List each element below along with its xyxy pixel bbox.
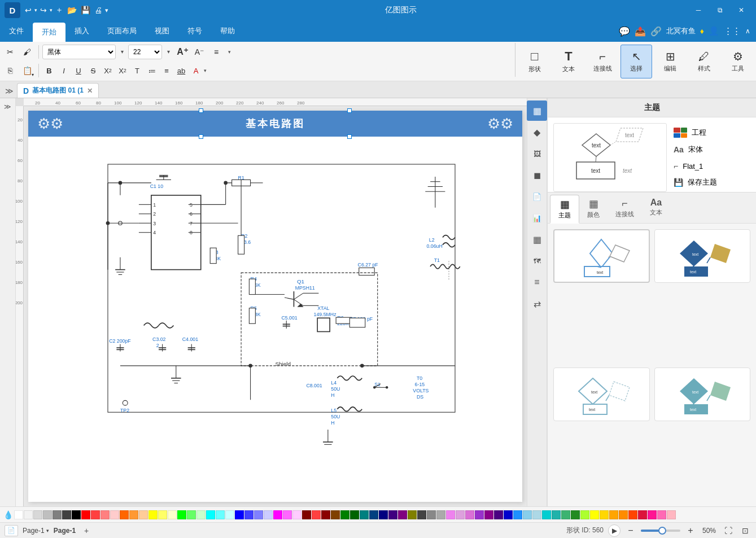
color-swatch[interactable] <box>340 510 349 519</box>
sidebar-btn-page[interactable]: 📄 <box>527 186 547 207</box>
open-button[interactable]: 📂 <box>66 5 78 16</box>
menu-item-view[interactable]: 视图 <box>146 20 178 42</box>
color-swatch[interactable] <box>542 510 551 519</box>
doc-tab-0[interactable]: D 基本电路图 01 (1 ✕ <box>17 83 99 98</box>
circuit-diagram-area[interactable]: 1 2 3 4 5 6 7 8 <box>28 137 522 502</box>
format-paint-button[interactable]: 🖌 <box>19 44 35 60</box>
color-swatch[interactable] <box>388 510 397 519</box>
tab-connector[interactable]: ⌐ 连接线 <box>608 195 642 223</box>
settings-icon[interactable]: 👤 <box>709 26 719 36</box>
menu-item-layout[interactable]: 页面布局 <box>98 20 146 42</box>
zoom-minus-button[interactable]: − <box>625 525 636 536</box>
color-swatch[interactable] <box>456 510 465 519</box>
color-swatch[interactable] <box>350 510 359 519</box>
fit-button[interactable]: ⊡ <box>739 524 751 537</box>
text-align-dropdown[interactable]: ▾ <box>225 45 233 59</box>
decrease-font-button[interactable]: A⁻ <box>191 44 207 60</box>
sidebar-btn-map[interactable]: 🗺 <box>527 251 547 271</box>
color-swatch[interactable] <box>475 510 484 519</box>
text-tool-button[interactable]: T 文本 <box>553 45 584 78</box>
print-button[interactable]: 🖨 <box>93 5 103 16</box>
color-swatch[interactable] <box>216 510 225 519</box>
strikethrough-button[interactable]: S <box>86 63 100 78</box>
tools-button[interactable]: ⚙ 工具 <box>722 45 754 78</box>
text-style-button[interactable]: T <box>130 63 144 78</box>
color-swatch[interactable] <box>196 510 206 519</box>
save-theme-button[interactable]: 💾 保存主题 <box>671 176 750 189</box>
menu-item-help[interactable]: 帮助 <box>211 20 244 42</box>
color-swatch[interactable] <box>43 510 52 519</box>
page-icon-button[interactable]: 📄 <box>5 525 18 536</box>
underline-button[interactable]: U <box>72 63 85 78</box>
color-swatch[interactable] <box>264 510 273 519</box>
connector-tool-button[interactable]: ⌐ 连接线 <box>587 45 618 78</box>
color-swatch[interactable] <box>648 510 657 519</box>
sidebar-btn-lines[interactable]: ≡ <box>527 272 547 292</box>
color-swatch[interactable] <box>331 510 340 519</box>
style-item-engineering[interactable]: 工程 <box>671 126 750 139</box>
sidebar-btn-swap[interactable]: ⇄ <box>527 294 547 314</box>
color-swatch[interactable] <box>244 510 254 519</box>
sidebar-btn-table[interactable]: ▦ <box>527 229 547 250</box>
theme-card-4[interactable]: text text <box>654 368 751 421</box>
redo-button[interactable]: ↪ <box>39 5 48 16</box>
menu-item-insert[interactable]: 插入 <box>65 20 98 42</box>
font-size-select[interactable]: 22 891011 12141618 20242836 <box>128 45 162 59</box>
color-swatch[interactable] <box>667 510 676 519</box>
color-swatch[interactable] <box>657 510 666 519</box>
tabs-expand[interactable]: ≫ <box>2 84 16 98</box>
sidebar-btn-image[interactable]: 🖼 <box>527 143 547 164</box>
zoom-plus-button[interactable]: + <box>685 525 696 536</box>
font-color-button[interactable]: A <box>189 63 203 78</box>
sidebar-btn-paint[interactable]: ◆ <box>527 122 547 142</box>
sidebar-btn-grid[interactable]: ▦ <box>527 100 547 121</box>
zoom-slider-thumb[interactable] <box>658 527 666 535</box>
color-swatch[interactable] <box>273 510 282 519</box>
link-icon[interactable]: 🔗 <box>650 26 662 37</box>
list-style-button[interactable]: ≔ <box>145 63 159 78</box>
color-swatch[interactable] <box>225 510 234 519</box>
new-button[interactable]: ＋ <box>54 4 64 16</box>
color-swatch[interactable] <box>360 510 369 519</box>
tab-color[interactable]: ▦ 颜色 <box>579 195 608 223</box>
canvas-page[interactable]: ⚙⚙ 基本电路图 ⚙⚙ <box>28 111 522 502</box>
color-swatch[interactable] <box>33 510 42 519</box>
tab-text[interactable]: Aa 文本 <box>642 195 670 223</box>
select-tool-button[interactable]: ↖ 选择 <box>620 45 652 78</box>
share-icon[interactable]: 📤 <box>635 26 646 37</box>
edit-tool-button[interactable]: ⊞ 编辑 <box>654 45 686 78</box>
canvas-content[interactable]: ⚙⚙ 基本电路图 ⚙⚙ <box>24 106 527 506</box>
tab-theme[interactable]: ▦ 主题 <box>550 195 579 224</box>
color-swatch[interactable] <box>62 510 71 519</box>
color-swatch[interactable] <box>148 510 158 519</box>
color-swatch[interactable] <box>552 510 561 519</box>
color-swatch[interactable] <box>24 510 33 519</box>
msg-icon[interactable]: 💬 <box>619 26 630 37</box>
font-color-dropdown[interactable]: ▾ <box>204 68 211 73</box>
color-swatch[interactable] <box>523 510 532 519</box>
close-button[interactable]: ✕ <box>731 3 751 17</box>
cut-button[interactable]: ✂ <box>2 44 18 60</box>
shape-tool-button[interactable]: □ 形状 <box>519 45 550 78</box>
color-swatch[interactable] <box>398 510 407 519</box>
color-swatch[interactable] <box>590 510 599 519</box>
undo-dropdown[interactable]: ▾ <box>34 7 37 13</box>
add-page-button[interactable]: + <box>80 525 93 536</box>
color-swatch[interactable] <box>235 510 244 519</box>
undo-button[interactable]: ↩ <box>24 5 33 16</box>
color-swatch[interactable] <box>408 510 417 519</box>
color-swatch[interactable] <box>465 510 474 519</box>
color-swatch[interactable] <box>14 510 23 519</box>
color-swatch[interactable] <box>91 510 100 519</box>
theme-card-2[interactable]: text text <box>654 229 751 283</box>
color-swatch[interactable] <box>283 510 292 519</box>
color-swatch[interactable] <box>561 510 570 519</box>
color-swatch[interactable] <box>628 510 637 519</box>
color-swatch[interactable] <box>513 510 522 519</box>
color-swatch[interactable] <box>379 510 388 519</box>
color-swatch[interactable] <box>53 510 62 519</box>
strikethrough2-button[interactable]: ab <box>174 63 188 78</box>
text-align-button[interactable]: ≡ <box>208 44 224 60</box>
color-swatch[interactable] <box>129 510 138 519</box>
color-swatch[interactable] <box>580 510 589 519</box>
